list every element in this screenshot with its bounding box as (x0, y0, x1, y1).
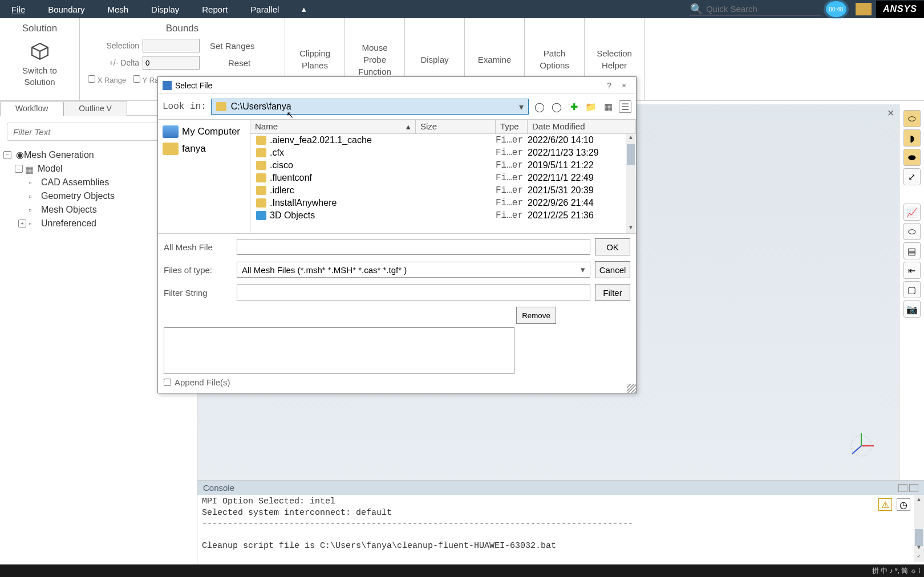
bars-icon[interactable] (856, 3, 872, 15)
delta-input[interactable] (143, 56, 200, 70)
lookin-combo[interactable]: C:\Users\fanya ▾ (211, 99, 529, 115)
place-my-computer[interactable]: My Computer (161, 123, 246, 140)
file-row[interactable]: .aienv_fea2.021.1_cacheFi…er2022/6/20 14… (250, 134, 636, 147)
console-btn-2[interactable] (909, 484, 918, 492)
menu-display[interactable]: Display (140, 5, 191, 14)
filter-button[interactable]: Filter (595, 284, 630, 301)
yrange-check[interactable]: Y Ra (133, 75, 159, 84)
view-grid-button[interactable]: ▦ (602, 100, 614, 113)
view-list-button[interactable]: ☰ (619, 100, 631, 113)
console-clock-icon[interactable]: ◷ (897, 498, 910, 511)
recording-timer: 00:48 (826, 1, 846, 17)
ime-indicator[interactable]: 拼 中 ♪ ⁹, 简 ☼ ⁞ (872, 566, 921, 576)
tool-6[interactable]: ⬭ (903, 223, 921, 240)
nav-fwd-button[interactable]: ◯ (550, 100, 563, 113)
tool-9[interactable]: ▢ (903, 281, 921, 298)
delta-label: +/- Delta (88, 58, 139, 67)
console-warning-icon[interactable]: ⚠ (878, 498, 892, 511)
user-folder-icon (163, 143, 179, 155)
nav-back-button[interactable]: ◯ (533, 100, 546, 113)
bounds-title: Bounds (166, 23, 199, 34)
remove-button[interactable]: Remove (516, 307, 556, 324)
filetype-select[interactable]: All Mesh Files (*.msh* *.MSH* *.cas* *.t… (237, 262, 590, 278)
folder-icon (216, 102, 226, 111)
quick-search-input[interactable] (706, 4, 820, 14)
menu-report[interactable]: Report (191, 5, 239, 14)
tab-outline[interactable]: Outline V (63, 101, 127, 116)
reset-button[interactable]: Reset (228, 58, 250, 68)
file-row[interactable]: .fluentconfFi…er2022/11/1 22:49 (250, 172, 636, 184)
switch-to-solution-button[interactable]: Switch to Solution (8, 65, 71, 87)
meshfile-label: All Mesh File (164, 242, 232, 252)
set-ranges-button[interactable]: Set Ranges (210, 41, 254, 51)
file-date: 2022/11/23 13:29 (528, 148, 636, 158)
selection-input[interactable] (143, 39, 200, 52)
viewport-close-icon[interactable]: ✕ (887, 108, 894, 119)
cube-icon[interactable] (30, 41, 50, 62)
cancel-button[interactable]: Cancel (595, 261, 630, 278)
tool-camera-icon[interactable]: 📷 (903, 300, 921, 318)
dialog-help-button[interactable]: ? (602, 81, 617, 90)
menu-file[interactable]: File (0, 5, 37, 14)
tool-7[interactable]: ▤ (903, 242, 921, 259)
dialog-icon (163, 81, 172, 90)
menu-parallel[interactable]: Parallel (239, 5, 290, 14)
lookin-path: C:\Users\fanya (231, 101, 291, 112)
file-columns-header[interactable]: Name ▴ Size Type Date Modified (250, 120, 636, 134)
filterstring-label: Filter String (164, 288, 232, 298)
file-date: 2019/5/11 21:22 (528, 160, 636, 170)
dialog-titlebar[interactable]: Select File ? × (158, 77, 636, 94)
tool-8[interactable]: ⇤ (903, 262, 921, 279)
file-name: .cisco (270, 160, 416, 170)
menu-more[interactable]: ▴ (290, 4, 318, 14)
append-files-checkbox[interactable] (164, 379, 171, 386)
tab-workflow[interactable]: Workflow (0, 101, 63, 116)
file-type: Fi…er (496, 135, 528, 145)
append-files-label: Append File(s) (175, 377, 230, 387)
dialog-close-button[interactable]: × (617, 81, 631, 90)
console-panel: Console MPI Option Selected: intel Selec… (197, 480, 924, 564)
file-date: 2022/11/1 22:49 (528, 173, 636, 183)
tool-1[interactable]: ⬭ (903, 110, 921, 127)
file-row[interactable]: .ciscoFi…er2019/5/11 21:22 (250, 159, 636, 172)
tool-chart-icon[interactable]: 📈 (903, 204, 921, 221)
menu-boundary[interactable]: Boundary (37, 5, 96, 14)
nav-up-button[interactable]: ✚ (568, 100, 580, 113)
svg-line-1 (32, 47, 40, 51)
quick-search[interactable]: 🔍 (690, 3, 821, 16)
filterstring-input[interactable] (237, 285, 590, 300)
folder-icon (256, 173, 266, 182)
ribbon-solution-group: Solution Switch to Solution (0, 18, 80, 100)
tool-4[interactable]: ⤢ (903, 168, 921, 185)
nav-newfolder-button[interactable]: 📁 (585, 100, 597, 113)
xrange-check[interactable]: X Range (88, 75, 126, 84)
computer-icon (163, 125, 179, 138)
file-row[interactable]: .cfxFi…er2022/11/23 13:29 (250, 147, 636, 159)
taskbar: 拼 中 ♪ ⁹, 简 ☼ ⁞ (0, 564, 924, 577)
select-file-dialog: Select File ? × Look in: C:\Users\fanya … (157, 76, 637, 393)
file-date: 2022/6/20 14:10 (528, 135, 636, 145)
file-row[interactable]: 3D ObjectsFi…er2021/2/25 21:36 (250, 209, 636, 222)
ok-button[interactable]: OK (595, 238, 630, 255)
dialog-resize-grip[interactable] (627, 384, 636, 393)
file-type: Fi…er (496, 198, 528, 208)
file-list-scrollbar[interactable]: ▲ ▼ (626, 134, 636, 233)
tool-3[interactable]: ⬬ (903, 149, 921, 166)
file-row[interactable]: .idlercFi…er2021/5/31 20:39 (250, 184, 636, 197)
file-date: 2022/9/26 21:44 (528, 198, 636, 208)
lookin-label: Look in: (163, 101, 206, 112)
file-date: 2021/2/25 21:36 (528, 210, 636, 221)
file-type: Fi…er (496, 160, 528, 170)
place-user[interactable]: fanya (161, 140, 246, 157)
console-scrollbar[interactable]: ▲ ▼ ✓ (914, 495, 924, 562)
menu-mesh[interactable]: Mesh (96, 5, 140, 14)
chevron-down-icon: ▾ (519, 101, 524, 112)
file-row[interactable]: .InstallAnywhereFi…er2022/9/26 21:44 (250, 197, 636, 209)
file-type: Fi…er (496, 210, 528, 221)
tool-2[interactable]: ◗ (903, 129, 921, 147)
console-btn-1[interactable] (898, 484, 907, 492)
meshfile-input[interactable] (237, 239, 590, 255)
file-name: .aienv_fea2.021.1_cache (270, 135, 416, 145)
svg-line-6 (852, 446, 861, 454)
selected-files-list[interactable] (164, 327, 514, 374)
